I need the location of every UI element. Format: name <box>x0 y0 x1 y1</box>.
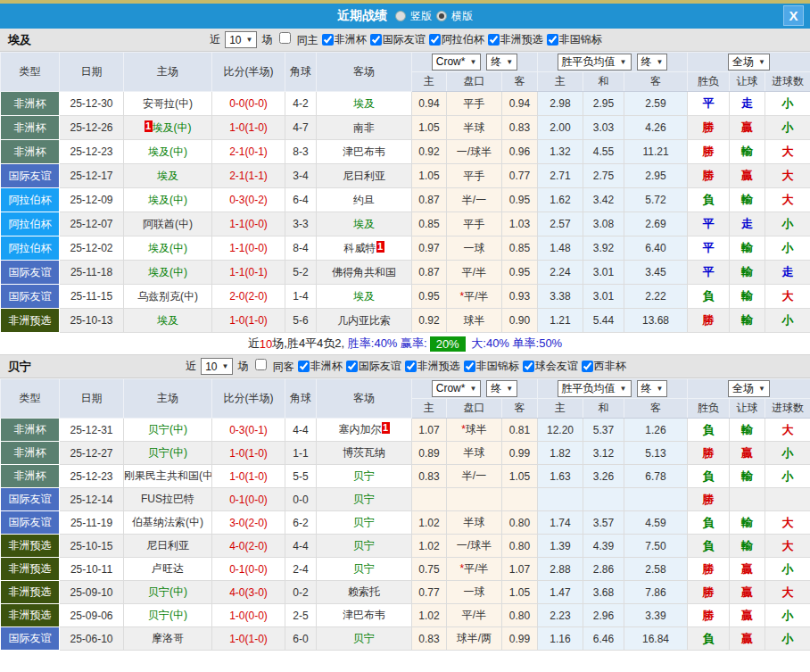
match-type-cell: 非洲杯 <box>1 442 60 465</box>
recent-count-select[interactable]: 10 ▼ <box>225 31 257 48</box>
avg-away-cell: 16.84 <box>624 627 688 651</box>
odds-home-cell: 0.77 <box>412 581 447 604</box>
odds-away-cell: 0.81 <box>502 419 538 442</box>
team-name: 埃及 <box>157 314 178 327</box>
same-venue-checkbox[interactable] <box>255 359 267 370</box>
avg-home-cell: 2.57 <box>538 212 583 236</box>
handicap-cell: 平/半 <box>447 604 502 627</box>
avg-away-cell: 7.50 <box>624 535 688 558</box>
col-corner: 角球 <box>285 53 317 92</box>
horizontal-layout-radio[interactable] <box>436 11 447 21</box>
match-type-cell: 阿拉伯杯 <box>1 212 60 236</box>
odds-away-cell: 0.96 <box>502 140 538 164</box>
avg-select[interactable]: 胜平负均值▼ <box>558 54 632 71</box>
col-score: 比分(半场) <box>212 379 285 419</box>
corner-cell: 8-3 <box>285 140 317 164</box>
league-checkbox[interactable] <box>547 34 558 46</box>
home-team-cell: 尼日利亚 <box>124 535 212 558</box>
league-checkbox[interactable] <box>370 34 382 46</box>
recent-count-select[interactable]: 10 ▼ <box>201 358 233 375</box>
league-checkbox[interactable] <box>523 361 534 372</box>
result-cell: 負 <box>688 419 730 442</box>
home-team-cell: 埃及(中) <box>124 236 212 261</box>
odds-away-cell: 0.99 <box>502 442 538 465</box>
league-checkbox[interactable] <box>582 361 593 372</box>
avg-draw-cell: 3.12 <box>583 442 624 465</box>
avg-home-cell: 1.63 <box>538 465 583 488</box>
league-label: 非洲预选 <box>417 359 460 374</box>
odds-home-cell: 0.97 <box>412 236 447 261</box>
avg-away-cell: 5.72 <box>624 188 688 212</box>
goals-result-cell: 走 <box>765 261 810 285</box>
odds-away-cell: 1.05 <box>502 581 538 604</box>
match-date-cell: 25-12-26 <box>60 116 124 140</box>
team-name: 卢旺达 <box>152 562 184 575</box>
final-odds-select[interactable]: 终▼ <box>486 54 517 71</box>
goals-result-cell <box>765 488 810 511</box>
handicap-result-cell: 輸 <box>730 419 765 442</box>
league-checkbox[interactable] <box>346 361 358 372</box>
avg-final-select[interactable]: 终▼ <box>637 380 668 397</box>
league-checkbox[interactable] <box>322 34 334 46</box>
bookmaker-select[interactable]: Crow*▼ <box>432 54 482 71</box>
away-team-cell: 贝宁 <box>317 488 412 511</box>
result-cell: 勝 <box>688 309 730 333</box>
final-odds-select[interactable]: 终▼ <box>486 380 517 397</box>
fullmatch-select[interactable]: 全场▼ <box>728 54 770 71</box>
league-filter-list: 非洲杯国际友谊非洲预选非国锦标球会友谊西非杯 <box>294 359 626 374</box>
home-team-cell: 贝宁(中) <box>124 581 212 604</box>
avg-away-cell: 2.59 <box>624 92 688 116</box>
goals-result-cell: 小 <box>765 442 810 465</box>
odds-home-cell: 0.87 <box>412 188 447 212</box>
final-odds-value: 终 <box>491 54 501 70</box>
away-team-cell: 埃及 <box>317 92 412 116</box>
result-cell: 勝 <box>688 116 730 140</box>
league-checkbox[interactable] <box>405 361 417 372</box>
avg-home-cell: 1.62 <box>538 188 583 212</box>
avg-away-cell: 2.69 <box>624 212 688 236</box>
avg-away-cell: 1.26 <box>624 419 688 442</box>
match-date-cell: 25-11-18 <box>60 261 124 285</box>
match-type-cell: 非洲杯 <box>1 92 60 116</box>
league-filter-list: 非洲杯国际友谊阿拉伯杯非洲预选非国锦标 <box>318 32 602 47</box>
league-checkbox[interactable] <box>298 361 310 372</box>
fullmatch-select[interactable]: 全场▼ <box>728 380 770 397</box>
league-checkbox[interactable] <box>488 34 500 46</box>
handicap-cell: 平手 <box>447 212 502 236</box>
close-button[interactable]: X <box>783 5 804 26</box>
match-date-cell: 25-09-10 <box>60 581 124 604</box>
team-name: 博茨瓦纳 <box>343 446 385 459</box>
team-name: 埃及(中) <box>148 242 187 254</box>
league-checkbox[interactable] <box>464 361 475 372</box>
vertical-layout-radio[interactable] <box>395 11 406 21</box>
filter-bar: 近 10 ▼ 场 同主 非洲杯国际友谊阿拉伯杯非洲预选非国锦标 <box>208 31 602 48</box>
avg-away-cell: 4.26 <box>624 116 688 140</box>
avg-home-cell: 2.88 <box>538 558 583 581</box>
team-name: 埃及(中) <box>148 194 187 206</box>
avg-select[interactable]: 胜平负均值▼ <box>558 380 632 397</box>
league-filter: 西非杯 <box>582 359 626 374</box>
handicap-result-cell: 贏 <box>730 442 765 465</box>
corner-cell: 0-0 <box>285 488 317 511</box>
match-type-cell: 国际友谊 <box>1 285 60 309</box>
score-cell: 2-1(1-1) <box>212 164 285 188</box>
avg-draw-cell: 2.96 <box>583 604 624 627</box>
handicap-result-cell: 走 <box>730 212 765 236</box>
table-row: 阿拉伯杯 25-12-09 埃及(中) 0-3(0-2) 6-4 约旦 0.87… <box>1 188 810 212</box>
odds-away-cell: 0.77 <box>502 164 538 188</box>
table-row: 国际友谊 25-12-14 FUS拉巴特 0-1(0-0) 0-0 贝宁 勝 <box>1 488 810 511</box>
col-corner: 角球 <box>285 379 317 419</box>
team-name-heading: 埃及 <box>8 32 31 48</box>
handicap-cell: 球半 <box>447 309 502 333</box>
chevron-down-icon: ▼ <box>469 58 476 66</box>
home-team-cell: 阿联酋(中) <box>124 212 212 236</box>
chevron-down-icon: ▼ <box>620 385 627 393</box>
avg-final-select[interactable]: 终▼ <box>637 54 668 71</box>
league-checkbox[interactable] <box>429 34 441 46</box>
same-venue-checkbox[interactable] <box>279 32 291 44</box>
early-odds-star: * <box>461 423 466 436</box>
away-team-cell: 尼日利亚 <box>317 164 412 188</box>
bookmaker-select[interactable]: Crow*▼ <box>432 380 482 397</box>
handicap-cell: 平手 <box>447 92 502 116</box>
league-filter: 非洲杯 <box>298 359 343 374</box>
